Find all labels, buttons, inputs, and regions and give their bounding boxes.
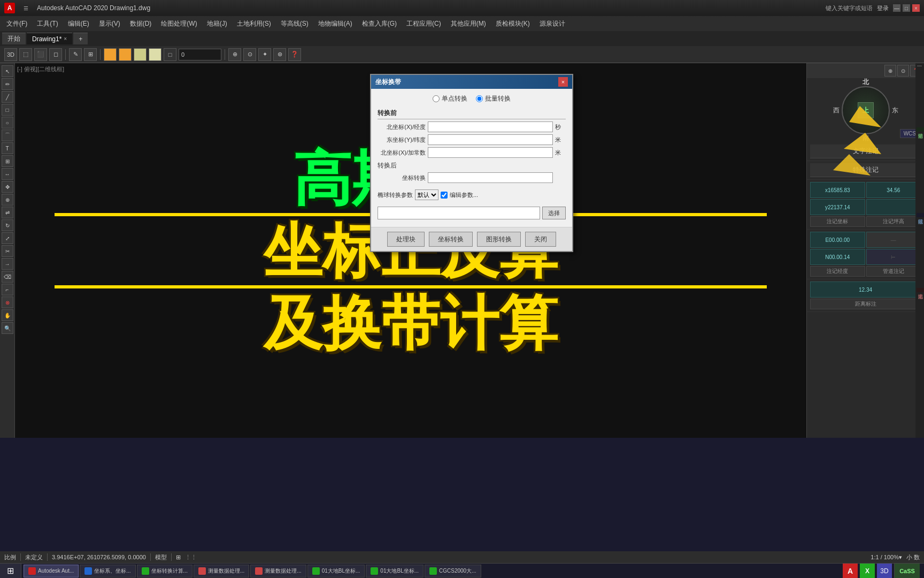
left-tool-scale[interactable]: ⤢ [2,232,13,244]
toolbar-color-2[interactable] [119,48,132,61]
panel-tool-1[interactable]: ⊕ [884,65,896,77]
taskbar-measure-1[interactable]: 测量数据处理... [194,565,249,577]
taskbar-coord-sys[interactable]: 坐标系、坐标... [80,565,135,577]
menu-source[interactable]: 源泉设计 [535,18,569,29]
radio-batch-label[interactable]: 批量转换 [476,94,511,103]
tab-start[interactable]: 开始 [2,33,26,44]
minimize-button[interactable]: — [893,4,900,12]
edit-params-label[interactable]: 编辑参数... [441,191,478,199]
toolbar-3d[interactable]: 3D [4,48,17,61]
toolbar-extra-3[interactable]: ✦ [258,48,271,61]
taskbar-autocad-big-icon[interactable]: A [843,564,858,579]
left-tool-copy[interactable]: ⊕ [2,194,13,206]
left-tool-rotate[interactable]: ↻ [2,219,13,231]
input-north[interactable] [428,147,553,158]
left-tool-extend[interactable]: → [2,258,13,270]
left-tool-move[interactable]: ✥ [2,181,13,193]
taskbar-cgcs[interactable]: CGCS2000大... [425,565,481,577]
select-file-button[interactable]: 选择 [542,207,566,219]
left-tool-line[interactable]: ╱ [2,91,13,103]
tab-drawing1[interactable]: Drawing1* × [27,33,72,44]
menu-view[interactable]: 显示(V) [95,18,125,29]
left-tool-mirror[interactable]: ⇌ [2,207,13,218]
menu-data[interactable]: 数据(D) [126,18,156,29]
menu-landuse[interactable]: 土地利用(S) [233,18,275,29]
left-tool-circle[interactable]: ○ [2,117,13,128]
left-tool-text[interactable]: T [2,142,13,154]
windows-start-button[interactable]: ⊞ [0,564,21,579]
maximize-button[interactable]: □ [903,4,910,12]
close-dialog-button[interactable]: 关闭 [525,232,556,247]
dist-mark-label[interactable]: 距离标注 [810,299,921,309]
coord-convert-button[interactable]: 坐标转换 [429,232,473,247]
menu-tools[interactable]: 工具(T) [33,18,62,29]
taskbar-geo-1[interactable]: 01大地BL坐标... [307,565,365,577]
left-tool-special[interactable]: ⊗ [2,296,13,308]
menu-land[interactable]: 地籍(J) [203,18,232,29]
menu-edit[interactable]: 编辑(E) [64,18,94,29]
coord-x-cell[interactable]: x16585.83 [810,182,865,198]
coord-y-cell[interactable]: y22137.14 [810,199,865,215]
toolbar-color-1[interactable] [104,48,117,61]
left-tool-dim[interactable]: ↔ [2,168,13,180]
radio-single[interactable] [433,95,440,102]
taskbar-coord-calc[interactable]: 坐标转换计算... [137,565,192,577]
menu-other[interactable]: 其他应用(M) [446,18,490,29]
left-tool-fillet[interactable]: ⌐ [2,284,13,295]
left-tool-hatch[interactable]: ⊞ [2,155,13,167]
toolbar-extra-4[interactable]: ⊛ [273,48,286,61]
elev-e-cell[interactable]: E00.00.00 [810,232,865,248]
input-longitude[interactable] [428,121,553,132]
radio-single-label[interactable]: 单点转换 [433,94,467,103]
taskbar-measure-2[interactable]: 测量数据处理... [250,565,306,577]
mark-longitude-label[interactable]: 注记经度 [810,266,865,277]
dist-value-cell[interactable]: 12.34 [810,282,921,298]
taskbar-geo-2[interactable]: 01大地BL坐标... [366,565,424,577]
toolbar-btn-3[interactable]: ◻ [49,48,62,61]
menu-file[interactable]: 文件(F) [2,18,32,29]
tab-close-icon[interactable]: × [64,36,67,42]
left-tool-rect[interactable]: □ [2,104,13,116]
taskbar-3d-icon[interactable]: 3D [877,564,892,579]
menu-feature[interactable]: 地物编辑(A) [314,18,357,29]
input-coord-after[interactable] [428,172,553,183]
shape-convert-button[interactable]: 图形转换 [477,232,521,247]
radio-batch[interactable] [476,95,483,102]
process-block-button[interactable]: 处理块 [387,232,425,247]
close-button[interactable]: × [912,4,920,12]
menu-contour[interactable]: 等高线(S) [276,18,313,29]
mark-coord-label[interactable]: 注记坐标 [810,216,865,227]
tab-add-button[interactable]: + [73,33,88,44]
toolbar-btn-5[interactable]: ⊞ [84,48,97,61]
taskbar-autocad[interactable]: Autodesk Aut... [24,565,79,577]
menu-check[interactable]: 检查入库(G) [358,18,401,29]
input-latitude[interactable] [428,134,553,145]
dialog-title-bar[interactable]: 坐标换带 × [371,75,572,89]
elev-n-cell[interactable]: N00.00.14 [810,249,865,265]
menu-engineering[interactable]: 工程应用(C) [402,18,445,29]
left-tool-select[interactable]: ↖ [2,65,13,77]
left-tool-zoom[interactable]: 🔍 [2,322,13,334]
coord-z-cell[interactable]: 34.56 [866,182,921,198]
compass-up-button[interactable]: 上 [858,102,874,118]
layer-input[interactable] [179,49,221,60]
toolbar-color-4[interactable] [149,48,161,61]
toolbar-extra-1[interactable]: ⊕ [228,48,241,61]
toolbar-btn-2[interactable]: ⬛ [34,48,47,61]
menu-quality[interactable]: 质检模块(K) [491,18,534,29]
pipe-mark-label[interactable]: 管道注记 [866,266,921,277]
left-tool-draw[interactable]: ✏ [2,78,13,90]
ellipse-select[interactable]: 默认 [415,189,438,200]
toolbar-extra-5[interactable]: ❓ [288,48,301,61]
mark-elevation-label[interactable]: 注记坪高 [866,216,921,227]
toolbar-extra-2[interactable]: ⊙ [243,48,256,61]
toolbar-btn-4[interactable]: ✎ [69,48,82,61]
title-menu-item[interactable]: ☰ [19,4,33,12]
search-hint[interactable]: 键入关键字或短语 [826,4,873,12]
left-tool-pan[interactable]: ✋ [2,309,13,321]
menu-draw[interactable]: 绘图处理(W) [157,18,201,29]
left-tool-erase[interactable]: ⌫ [2,271,13,283]
taskbar-excel-big-icon[interactable]: X [860,564,875,579]
panel-tool-2[interactable]: ⊙ [897,65,909,77]
edit-params-checkbox[interactable] [441,192,448,199]
